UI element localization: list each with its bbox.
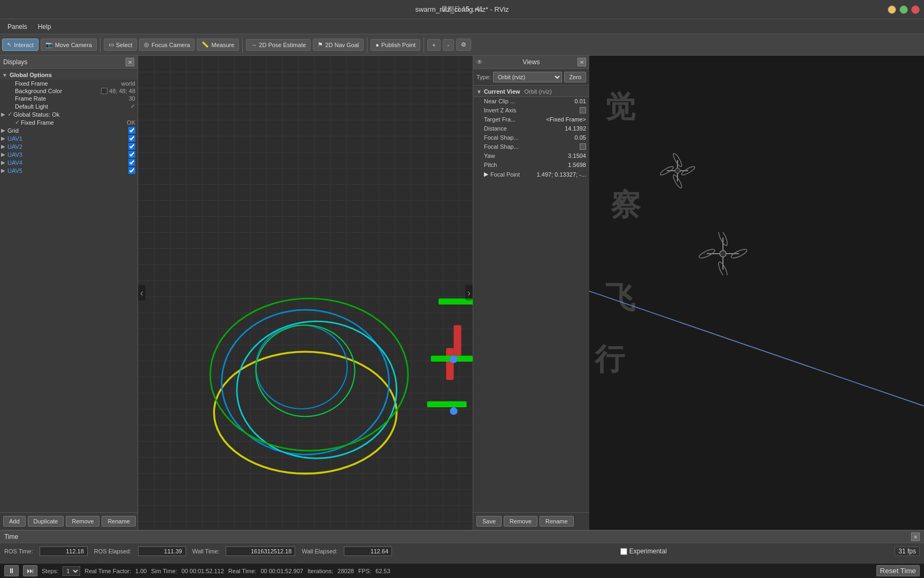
menu-panels[interactable]: Panels — [2, 22, 33, 32]
views-type-select[interactable]: Orbit (rviz) — [493, 72, 562, 82]
add-tool[interactable]: + — [427, 39, 440, 51]
focal-point-name: Focal Point — [490, 171, 537, 178]
default-light-row[interactable]: Default Light ✓ — [0, 102, 137, 110]
wall-elapsed-label: Wall Elapsed: — [302, 548, 337, 554]
invert-z-row: Invert Z Axis — [473, 106, 589, 115]
step-btn[interactable]: ⏭ — [23, 565, 37, 576]
uav5-checkbox[interactable] — [128, 167, 135, 174]
visualization-canvas[interactable] — [138, 56, 473, 530]
toolbar-sep-4 — [424, 37, 424, 52]
distance-value[interactable]: 14.1392 — [565, 125, 586, 132]
focus-camera-tool[interactable]: ◎ Focus Camera — [139, 39, 195, 51]
background-color-row[interactable]: Background Color 48; 48; 48 — [0, 87, 137, 95]
move-camera-tool[interactable]: 📷 Move Camera — [41, 39, 97, 51]
grid-row[interactable]: ▶ Grid — [0, 126, 137, 134]
wall-time-field[interactable] — [226, 546, 295, 556]
frame-rate-row[interactable]: Frame Rate 30 — [0, 95, 137, 102]
time-close-btn[interactable]: ✕ — [911, 533, 920, 541]
uav2-label: UAV2 — [7, 143, 128, 150]
svg-line-37 — [589, 291, 924, 420]
measure-tool[interactable]: 📏 Measure — [197, 39, 239, 51]
focal-shape2-checkbox[interactable] — [580, 143, 586, 150]
maximize-btn[interactable] — [899, 5, 908, 14]
pose-estimate-tool[interactable]: → 2D Pose Estimate — [246, 39, 311, 51]
remove-tool[interactable]: - — [443, 39, 455, 51]
viewport[interactable]: ‹ › — [138, 56, 473, 530]
distance-row: Distance 14.1392 — [473, 124, 589, 133]
displays-close-btn[interactable]: ✕ — [126, 58, 134, 66]
experimental-checkbox[interactable] — [620, 548, 627, 555]
svg-point-4 — [256, 325, 348, 408]
steps-select[interactable]: 1 — [63, 566, 80, 576]
close-btn[interactable] — [911, 5, 920, 14]
minimize-btn[interactable] — [888, 5, 896, 14]
select-tool[interactable]: ▭ Select — [104, 39, 137, 51]
uav5-label: UAV5 — [7, 168, 128, 174]
arrow-icon: → — [251, 42, 257, 48]
target-frame-value[interactable]: <Fixed Frame> — [546, 116, 586, 123]
invert-z-checkbox[interactable] — [580, 107, 586, 113]
uav5-expand: ▶ — [1, 168, 7, 173]
near-clip-value[interactable]: 0.01 — [575, 98, 586, 104]
uav2-row[interactable]: ▶ UAV2 — [0, 142, 137, 150]
cursor-icon: ↖ — [7, 41, 12, 48]
uav1-row[interactable]: ▶ UAV1 — [0, 134, 137, 142]
fixed-frame-ok-row[interactable]: ✓ Fixed Frame OK — [0, 118, 137, 126]
nav-goal-tool[interactable]: ⚑ 2D Nav Goal — [313, 39, 364, 51]
background-color-value: 48; 48; 48 — [109, 88, 135, 94]
menu-help[interactable]: Help — [33, 22, 57, 32]
uav3-checkbox[interactable] — [128, 151, 135, 158]
uav2-checkbox[interactable] — [128, 143, 135, 150]
publish-point-tool[interactable]: ● Publish Point — [371, 39, 420, 51]
fixed-frame-row[interactable]: Fixed Frame world — [0, 80, 137, 87]
duplicate-btn[interactable]: Duplicate — [28, 516, 64, 527]
time-header-label: Time — [4, 533, 18, 541]
rename-btn[interactable]: Rename — [102, 516, 136, 527]
uav4-row[interactable]: ▶ UAV4 — [0, 158, 137, 166]
uav4-checkbox[interactable] — [128, 159, 135, 166]
ros-time-label: ROS Time: — [4, 548, 33, 554]
select-icon: ▭ — [109, 41, 114, 48]
zero-btn[interactable]: Zero — [564, 72, 586, 82]
yaw-value[interactable]: 3.1504 — [568, 153, 586, 159]
reset-time-btn[interactable]: Reset Time — [876, 565, 920, 576]
displays-panel: Displays ✕ ▼ Global Options Fixed Frame … — [0, 56, 138, 530]
focal-shape2-row: Focal Shap... — [473, 142, 589, 151]
save-view-btn[interactable]: Save — [476, 516, 502, 527]
diagonal-line — [589, 286, 924, 420]
pause-btn[interactable]: ⏸ — [4, 565, 19, 576]
viewport-arrow-right[interactable]: › — [465, 285, 473, 301]
views-close-btn[interactable]: ✕ — [578, 58, 586, 66]
uav5-row[interactable]: ▶ UAV5 — [0, 166, 137, 174]
focal-point-row[interactable]: ▶ Focal Point 1.497; 0.13327; -... — [473, 170, 589, 179]
menubar: Panels Help — [0, 19, 924, 34]
fixed-frame-value: world — [121, 80, 135, 87]
views-tree: ▼ Current View Orbit (rviz) Near Clip ..… — [473, 86, 589, 512]
interact-tool[interactable]: ↖ Interact — [2, 39, 38, 51]
expand-icon: ▼ — [2, 72, 9, 78]
focal-shape1-name: Focal Shap... — [484, 134, 575, 141]
window-controls[interactable] — [888, 5, 920, 14]
grid-checkbox[interactable] — [128, 127, 135, 134]
rename-view-btn[interactable]: Rename — [540, 516, 574, 527]
wall-elapsed-field[interactable] — [344, 546, 392, 556]
add-display-btn[interactable]: Add — [3, 516, 26, 527]
uav1-checkbox[interactable] — [128, 135, 135, 142]
uav3-row[interactable]: ▶ UAV3 — [0, 150, 137, 158]
remove-view-btn[interactable]: Remove — [504, 516, 537, 527]
remove-display-btn[interactable]: Remove — [66, 516, 99, 527]
svg-point-5 — [256, 325, 355, 416]
ros-elapsed-field[interactable] — [138, 546, 186, 556]
current-view-section[interactable]: ▼ Current View Orbit (rviz) — [473, 87, 589, 97]
svg-point-19 — [450, 355, 457, 363]
global-status-row[interactable]: ▶ ✓ Global Status: Ok — [0, 110, 137, 118]
global-options-section[interactable]: ▼ Global Options — [0, 70, 137, 80]
focal-shape1-value[interactable]: 0.05 — [575, 134, 586, 141]
config-tool[interactable]: ⚙ — [456, 39, 471, 51]
viewport-arrow-left[interactable]: ‹ — [138, 285, 145, 301]
views-icon: 👁 — [476, 58, 483, 66]
views-title: Views — [523, 58, 540, 66]
ros-time-field[interactable] — [40, 546, 88, 556]
panels-row: Displays ✕ ▼ Global Options Fixed Frame … — [0, 56, 924, 530]
pitch-value[interactable]: 1.5698 — [568, 162, 586, 168]
